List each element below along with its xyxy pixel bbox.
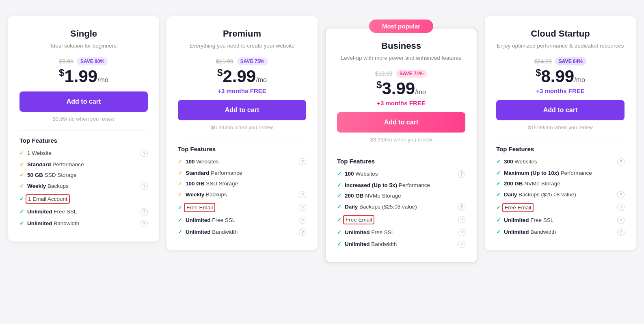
check-icon: ✓ xyxy=(337,217,341,223)
info-icon[interactable]: ? xyxy=(140,208,148,215)
feature-text: Standard Performance xyxy=(186,170,242,176)
check-icon: ✓ xyxy=(19,172,24,178)
check-icon: ✓ xyxy=(337,182,341,188)
feature-item: ✓Unlimited Free SSL? xyxy=(19,208,148,215)
feature-item: ✓1 Website? xyxy=(19,150,148,157)
feature-item: ✓200 GB NVMe Storage xyxy=(337,193,465,199)
check-icon: ✓ xyxy=(496,191,501,198)
feature-item: ✓Maximum (Up to 10x) Performance xyxy=(496,170,625,176)
check-icon: ✓ xyxy=(178,191,182,198)
check-icon: ✓ xyxy=(496,229,501,235)
plan-name: Cloud Startup xyxy=(496,28,625,39)
pricing-row: $24.99SAVE 64% xyxy=(496,57,625,65)
feature-text: 1 Website xyxy=(27,150,52,156)
feature-item: ✓200 GB NVMe Storage xyxy=(496,180,625,187)
feature-item: ✓Standard Performance xyxy=(19,161,148,167)
feature-text: Unlimited Free SSL xyxy=(504,217,553,223)
info-icon[interactable]: ? xyxy=(299,158,306,165)
feature-text: Free Email xyxy=(343,215,374,224)
most-popular-badge: Most popular xyxy=(369,20,433,33)
add-to-cart-button[interactable]: Add to cart xyxy=(496,100,625,120)
check-icon: ✓ xyxy=(19,183,24,189)
info-icon[interactable]: ? xyxy=(458,241,465,248)
feature-item: ✓Weekly Backups? xyxy=(178,191,306,198)
info-icon[interactable]: ? xyxy=(140,150,148,157)
free-months: +3 months FREE xyxy=(178,87,306,94)
features-title: Top Features xyxy=(19,137,148,144)
info-icon[interactable]: ? xyxy=(299,204,306,211)
plan-desc: Ideal solution for beginners xyxy=(19,42,148,50)
feature-text: Unlimited Free SSL xyxy=(345,229,394,235)
per-mo: /mo xyxy=(97,76,108,83)
feature-item: ✓Daily Backups ($25.08 value)? xyxy=(496,191,625,198)
feature-text: Unlimited Bandwidth xyxy=(186,229,238,235)
current-price: $8.99/mo xyxy=(496,68,625,85)
plan-name: Premium xyxy=(178,28,306,39)
check-icon: ✓ xyxy=(19,209,24,215)
info-icon[interactable]: ? xyxy=(299,191,306,198)
check-icon: ✓ xyxy=(178,170,182,176)
save-badge: SAVE 80% xyxy=(77,57,108,65)
feature-text: 1 Email Account xyxy=(26,194,70,204)
info-icon[interactable]: ? xyxy=(140,183,148,190)
feature-item: ✓100 Websites? xyxy=(178,158,306,165)
current-price: $1.99/mo xyxy=(19,68,148,85)
pricing-container: SingleIdeal solution for beginners$9.99S… xyxy=(8,16,636,263)
renew-price: $6.99/mo when you renew xyxy=(178,124,306,130)
per-mo: /mo xyxy=(574,76,585,83)
feature-item: ✓1 Email Account xyxy=(19,194,148,204)
features-title: Top Features xyxy=(178,146,306,152)
info-icon[interactable]: ? xyxy=(617,228,625,236)
original-price: $11.99 xyxy=(216,58,233,65)
check-icon: ✓ xyxy=(337,229,341,235)
free-months: +3 months FREE xyxy=(496,87,625,94)
check-icon: ✓ xyxy=(496,217,501,223)
save-badge: SAVE 71% xyxy=(396,70,427,78)
pricing-row: $9.99SAVE 80% xyxy=(19,57,148,65)
info-icon[interactable]: ? xyxy=(617,204,625,211)
info-icon[interactable]: ? xyxy=(458,170,465,178)
feature-text: Unlimited Bandwidth xyxy=(345,241,397,247)
info-icon[interactable]: ? xyxy=(299,217,306,224)
plan-desc: Everything you need to create your websi… xyxy=(178,42,306,50)
feature-item: ✓50 GB SSD Storage xyxy=(19,172,148,178)
feature-text: Increased (Up to 5x) Performance xyxy=(345,182,430,188)
plan-name: Business xyxy=(337,41,465,51)
check-icon: ✓ xyxy=(19,150,24,156)
feature-text: Unlimited Bandwidth xyxy=(504,229,556,235)
dollar-sign: $ xyxy=(376,79,382,90)
feature-text: Standard Performance xyxy=(27,161,84,167)
feature-text: 100 Websites xyxy=(186,159,219,165)
features-title: Top Features xyxy=(337,158,465,165)
plan-card-cloud: Cloud StartupEnjoy optimized performance… xyxy=(485,16,636,250)
check-icon: ✓ xyxy=(178,180,182,187)
feature-item: ✓Weekly Backups? xyxy=(19,183,148,190)
feature-text: Free Email xyxy=(502,203,534,212)
check-icon: ✓ xyxy=(19,196,24,202)
feature-item: ✓Increased (Up to 5x) Performance xyxy=(337,182,465,188)
check-icon: ✓ xyxy=(496,159,501,165)
feature-text: 200 GB NVMe Storage xyxy=(345,193,401,199)
add-to-cart-button[interactable]: Add to cart xyxy=(337,112,465,133)
info-icon[interactable]: ? xyxy=(617,158,625,165)
feature-text: 50 GB SSD Storage xyxy=(27,172,77,178)
feature-text: Unlimited Free SSL xyxy=(186,217,235,223)
add-to-cart-button[interactable]: Add to cart xyxy=(178,100,306,120)
info-icon[interactable]: ? xyxy=(458,216,465,223)
info-icon[interactable]: ? xyxy=(617,217,625,224)
check-icon: ✓ xyxy=(496,170,501,176)
dollar-sign: $ xyxy=(536,67,541,78)
save-badge: SAVE 75% xyxy=(237,57,268,65)
renew-price: $8.99/mo when you renew xyxy=(337,137,465,143)
info-icon[interactable]: ? xyxy=(299,228,306,236)
add-to-cart-button[interactable]: Add to cart xyxy=(19,91,148,112)
plan-desc: Enjoy optimized performance & dedicated … xyxy=(496,42,625,50)
features-title: Top Features xyxy=(496,146,625,152)
info-icon[interactable]: ? xyxy=(140,220,148,227)
check-icon: ✓ xyxy=(19,220,24,226)
info-icon[interactable]: ? xyxy=(458,203,465,211)
info-icon[interactable]: ? xyxy=(617,191,625,198)
check-icon: ✓ xyxy=(496,180,501,187)
info-icon[interactable]: ? xyxy=(458,229,465,236)
per-mo: /mo xyxy=(415,89,426,96)
